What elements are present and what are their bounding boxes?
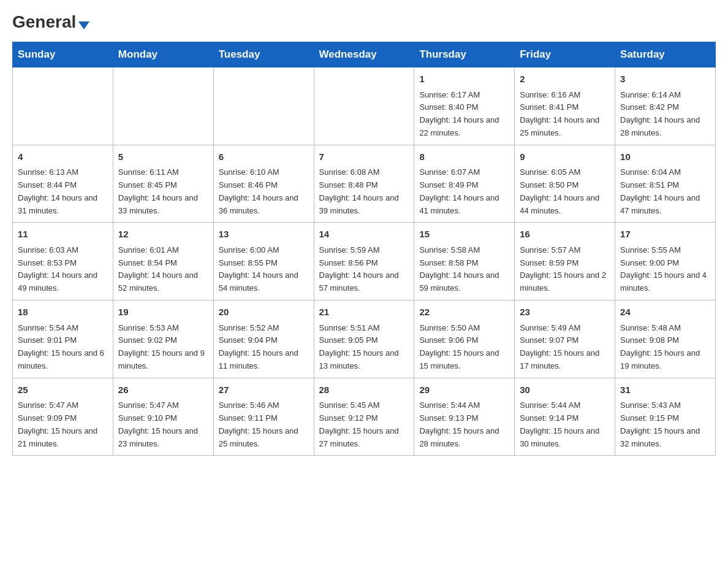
day-info: Sunrise: 5:46 AMSunset: 9:11 PMDaylight:… [219, 399, 309, 450]
week-row-1: 4Sunrise: 6:13 AMSunset: 8:44 PMDaylight… [13, 145, 716, 223]
header-friday: Friday [515, 42, 615, 67]
day-info: Sunrise: 5:44 AMSunset: 9:13 PMDaylight:… [419, 399, 509, 450]
day-cell: 17Sunrise: 5:55 AMSunset: 9:00 PMDayligh… [615, 223, 716, 301]
day-number: 24 [620, 305, 710, 320]
day-number: 2 [520, 72, 610, 86]
week-row-2: 11Sunrise: 6:03 AMSunset: 8:53 PMDayligh… [13, 223, 716, 301]
day-cell: 4Sunrise: 6:13 AMSunset: 8:44 PMDaylight… [13, 145, 113, 223]
day-cell: 11Sunrise: 6:03 AMSunset: 8:53 PMDayligh… [13, 223, 113, 301]
day-number: 21 [319, 305, 409, 320]
day-number: 5 [118, 150, 208, 164]
week-row-3: 18Sunrise: 5:54 AMSunset: 9:01 PMDayligh… [13, 301, 716, 378]
day-info: Sunrise: 5:53 AMSunset: 9:02 PMDaylight:… [118, 322, 208, 373]
day-number: 31 [620, 383, 710, 397]
day-info: Sunrise: 6:13 AMSunset: 8:44 PMDaylight:… [18, 166, 108, 217]
day-info: Sunrise: 6:16 AMSunset: 8:41 PMDaylight:… [520, 89, 610, 140]
day-number: 7 [319, 150, 409, 164]
day-info: Sunrise: 6:17 AMSunset: 8:40 PMDaylight:… [419, 89, 509, 140]
day-info: Sunrise: 5:45 AMSunset: 9:12 PMDaylight:… [319, 399, 409, 450]
day-cell: 24Sunrise: 5:48 AMSunset: 9:08 PMDayligh… [615, 301, 716, 378]
day-number: 3 [620, 72, 710, 86]
day-cell: 14Sunrise: 5:59 AMSunset: 8:56 PMDayligh… [314, 223, 414, 301]
day-cell: 12Sunrise: 6:01 AMSunset: 8:54 PMDayligh… [113, 223, 213, 301]
day-info: Sunrise: 6:01 AMSunset: 8:54 PMDaylight:… [118, 244, 208, 295]
day-number: 8 [419, 150, 509, 164]
day-info: Sunrise: 6:05 AMSunset: 8:50 PMDaylight:… [520, 166, 610, 217]
page-header: General [12, 12, 716, 29]
day-cell: 9Sunrise: 6:05 AMSunset: 8:50 PMDaylight… [515, 145, 615, 223]
day-cell [314, 67, 414, 145]
day-cell [13, 67, 113, 145]
day-cell: 3Sunrise: 6:14 AMSunset: 8:42 PMDaylight… [615, 67, 716, 145]
day-info: Sunrise: 5:47 AMSunset: 9:10 PMDaylight:… [118, 399, 208, 450]
day-info: Sunrise: 6:11 AMSunset: 8:45 PMDaylight:… [118, 166, 208, 217]
day-number: 4 [18, 150, 108, 164]
day-info: Sunrise: 6:07 AMSunset: 8:49 PMDaylight:… [419, 166, 509, 217]
day-cell: 21Sunrise: 5:51 AMSunset: 9:05 PMDayligh… [314, 301, 414, 378]
day-cell: 31Sunrise: 5:43 AMSunset: 9:15 PMDayligh… [615, 378, 716, 456]
day-number: 29 [419, 383, 509, 397]
header-sunday: Sunday [13, 42, 113, 67]
day-cell: 18Sunrise: 5:54 AMSunset: 9:01 PMDayligh… [13, 301, 113, 378]
day-cell: 16Sunrise: 5:57 AMSunset: 8:59 PMDayligh… [515, 223, 615, 301]
header-tuesday: Tuesday [213, 42, 314, 67]
logo-general-text: General [12, 12, 76, 32]
day-cell: 22Sunrise: 5:50 AMSunset: 9:06 PMDayligh… [414, 301, 515, 378]
day-number: 12 [118, 228, 208, 242]
day-cell: 8Sunrise: 6:07 AMSunset: 8:49 PMDaylight… [414, 145, 515, 223]
calendar-table: SundayMondayTuesdayWednesdayThursdayFrid… [12, 42, 716, 456]
day-info: Sunrise: 5:49 AMSunset: 9:07 PMDaylight:… [520, 322, 610, 373]
day-cell: 26Sunrise: 5:47 AMSunset: 9:10 PMDayligh… [113, 378, 213, 456]
day-number: 13 [219, 228, 309, 242]
day-number: 10 [620, 150, 710, 164]
day-cell: 20Sunrise: 5:52 AMSunset: 9:04 PMDayligh… [213, 301, 314, 378]
calendar-header-row: SundayMondayTuesdayWednesdayThursdayFrid… [13, 42, 716, 67]
day-number: 15 [419, 228, 509, 242]
day-info: Sunrise: 5:47 AMSunset: 9:09 PMDaylight:… [18, 399, 108, 450]
day-cell: 25Sunrise: 5:47 AMSunset: 9:09 PMDayligh… [13, 378, 113, 456]
day-info: Sunrise: 5:54 AMSunset: 9:01 PMDaylight:… [18, 322, 108, 373]
day-info: Sunrise: 6:14 AMSunset: 8:42 PMDaylight:… [620, 89, 710, 140]
day-cell: 28Sunrise: 5:45 AMSunset: 9:12 PMDayligh… [314, 378, 414, 456]
day-number: 16 [520, 228, 610, 242]
logo-arrow-icon [78, 21, 89, 29]
day-cell: 7Sunrise: 6:08 AMSunset: 8:48 PMDaylight… [314, 145, 414, 223]
day-number: 22 [419, 305, 509, 320]
day-cell: 13Sunrise: 6:00 AMSunset: 8:55 PMDayligh… [213, 223, 314, 301]
day-number: 28 [319, 383, 409, 397]
day-cell: 1Sunrise: 6:17 AMSunset: 8:40 PMDaylight… [414, 67, 515, 145]
day-info: Sunrise: 5:52 AMSunset: 9:04 PMDaylight:… [219, 322, 309, 373]
day-cell: 2Sunrise: 6:16 AMSunset: 8:41 PMDaylight… [515, 67, 615, 145]
day-number: 14 [319, 228, 409, 242]
day-cell: 29Sunrise: 5:44 AMSunset: 9:13 PMDayligh… [414, 378, 515, 456]
day-cell [213, 67, 314, 145]
header-thursday: Thursday [414, 42, 515, 67]
day-cell [113, 67, 213, 145]
day-info: Sunrise: 6:04 AMSunset: 8:51 PMDaylight:… [620, 166, 710, 217]
day-info: Sunrise: 5:51 AMSunset: 9:05 PMDaylight:… [319, 322, 409, 373]
day-number: 23 [520, 305, 610, 320]
week-row-4: 25Sunrise: 5:47 AMSunset: 9:09 PMDayligh… [13, 378, 716, 456]
day-number: 27 [219, 383, 309, 397]
header-monday: Monday [113, 42, 213, 67]
day-number: 17 [620, 228, 710, 242]
day-info: Sunrise: 6:03 AMSunset: 8:53 PMDaylight:… [18, 244, 108, 295]
header-wednesday: Wednesday [314, 42, 414, 67]
day-number: 30 [520, 383, 610, 397]
day-info: Sunrise: 5:50 AMSunset: 9:06 PMDaylight:… [419, 322, 509, 373]
day-cell: 6Sunrise: 6:10 AMSunset: 8:46 PMDaylight… [213, 145, 314, 223]
day-info: Sunrise: 6:08 AMSunset: 8:48 PMDaylight:… [319, 166, 409, 217]
week-row-0: 1Sunrise: 6:17 AMSunset: 8:40 PMDaylight… [13, 67, 716, 145]
day-info: Sunrise: 6:10 AMSunset: 8:46 PMDaylight:… [219, 166, 309, 217]
day-number: 11 [18, 228, 108, 242]
day-number: 26 [118, 383, 208, 397]
day-cell: 30Sunrise: 5:44 AMSunset: 9:14 PMDayligh… [515, 378, 615, 456]
day-info: Sunrise: 6:00 AMSunset: 8:55 PMDaylight:… [219, 244, 309, 295]
day-number: 20 [219, 305, 309, 320]
header-saturday: Saturday [615, 42, 716, 67]
day-cell: 23Sunrise: 5:49 AMSunset: 9:07 PMDayligh… [515, 301, 615, 378]
day-info: Sunrise: 5:55 AMSunset: 9:00 PMDaylight:… [620, 244, 710, 295]
day-number: 1 [419, 72, 509, 86]
day-info: Sunrise: 5:48 AMSunset: 9:08 PMDaylight:… [620, 322, 710, 373]
day-number: 6 [219, 150, 309, 164]
